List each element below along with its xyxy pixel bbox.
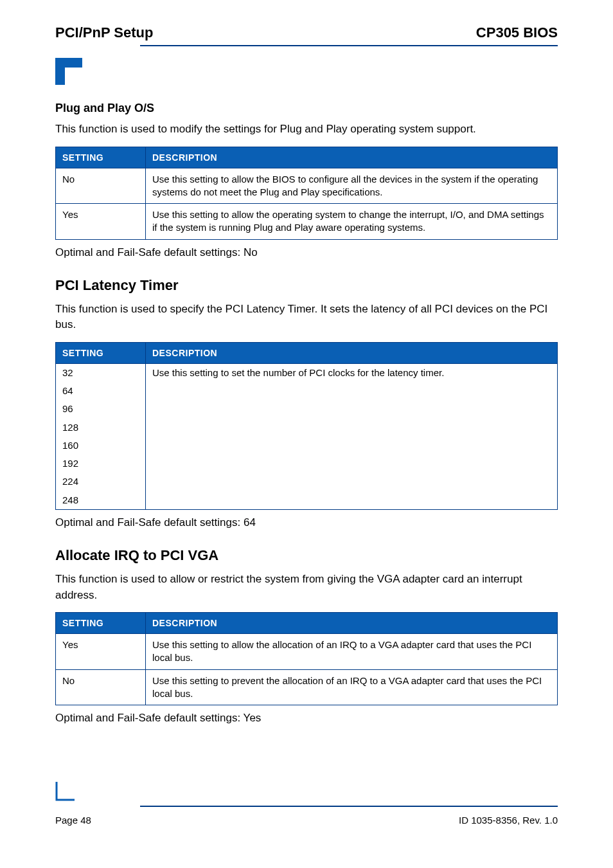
table-cell-description: Use this setting to prevent the allocati… (146, 669, 558, 705)
table-cell-setting: 128 (56, 419, 146, 437)
table-row: No Use this setting to allow the BIOS to… (56, 168, 558, 204)
latency-paragraph: This function is used to specify the PCI… (55, 302, 558, 333)
latency-heading: PCI Latency Timer (55, 277, 558, 294)
table-header-description: DESCRIPTION (146, 342, 558, 363)
table-cell-setting: Yes (56, 204, 146, 240)
table-cell-setting: No (56, 168, 146, 204)
table-header-description: DESCRIPTION (146, 613, 558, 634)
table-row: No Use this setting to prevent the alloc… (56, 669, 558, 705)
table-cell-setting: 64 (56, 382, 146, 400)
table-row: 32 Use this setting to set the number of… (56, 363, 558, 382)
table-cell-description: Use this setting to set the number of PC… (146, 363, 558, 509)
pnp-default-note: Optimal and Fail-Safe default settings: … (55, 246, 558, 259)
table-cell-setting: 248 (56, 491, 146, 510)
irq-table: SETTING DESCRIPTION Yes Use this setting… (55, 612, 558, 705)
table-row: Yes Use this setting to allow the alloca… (56, 634, 558, 670)
header-right: CP305 BIOS (476, 24, 558, 41)
table-cell-setting: 96 (56, 400, 146, 418)
pnp-heading: Plug and Play O/S (55, 102, 558, 115)
table-cell-setting: 192 (56, 455, 146, 473)
irq-paragraph: This function is used to allow or restri… (55, 572, 558, 603)
table-header-setting: SETTING (56, 613, 146, 634)
table-cell-setting: 224 (56, 473, 146, 491)
table-header-setting: SETTING (56, 342, 146, 363)
table-cell-setting: 160 (56, 437, 146, 455)
footer-corner-icon (55, 782, 75, 804)
header-divider (140, 45, 558, 46)
logo-icon (55, 58, 82, 85)
table-cell-setting: Yes (56, 634, 146, 670)
table-row: Yes Use this setting to allow the operat… (56, 204, 558, 240)
page-footer: Page 48 ID 1035-8356, Rev. 1.0 (55, 806, 558, 826)
footer-page: Page 48 (55, 815, 91, 826)
table-cell-description: Use this setting to allow the BIOS to co… (146, 168, 558, 204)
latency-default-note: Optimal and Fail-Safe default settings: … (55, 516, 558, 529)
latency-table: SETTING DESCRIPTION 32 Use this setting … (55, 342, 558, 510)
footer-divider (140, 806, 558, 807)
irq-heading: Allocate IRQ to PCI VGA (55, 547, 558, 564)
table-cell-description: Use this setting to allow the operating … (146, 204, 558, 240)
header-left: PCI/PnP Setup (55, 24, 153, 41)
table-header-setting: SETTING (56, 147, 146, 168)
table-cell-setting: No (56, 669, 146, 705)
table-cell-description: Use this setting to allow the allocation… (146, 634, 558, 670)
pnp-paragraph: This function is used to modify the sett… (55, 122, 558, 138)
table-cell-setting: 32 (56, 363, 146, 382)
page-header: PCI/PnP Setup CP305 BIOS (55, 24, 558, 41)
svg-rect-2 (65, 68, 82, 85)
table-header-description: DESCRIPTION (146, 147, 558, 168)
pnp-table: SETTING DESCRIPTION No Use this setting … (55, 147, 558, 240)
svg-rect-1 (55, 58, 65, 85)
footer-docid: ID 1035-8356, Rev. 1.0 (459, 815, 558, 826)
irq-default-note: Optimal and Fail-Safe default settings: … (55, 712, 558, 725)
